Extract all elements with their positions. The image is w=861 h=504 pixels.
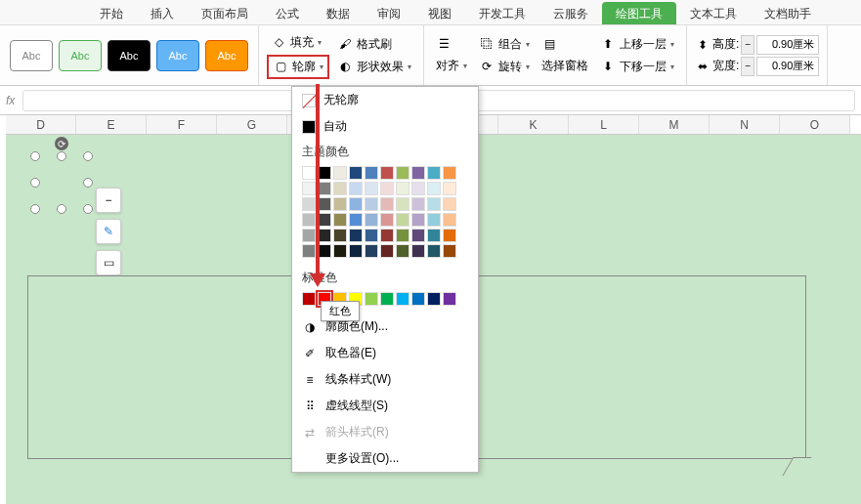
color-swatch[interactable] — [380, 182, 394, 195]
color-swatch[interactable] — [396, 197, 409, 211]
color-swatch[interactable] — [302, 213, 316, 227]
tab-doc-helper[interactable]: 文档助手 — [751, 2, 825, 24]
selection-pane-button[interactable]: ▤ — [538, 34, 592, 54]
color-swatch[interactable] — [411, 229, 425, 242]
resize-handle[interactable] — [30, 204, 40, 214]
shape-effects-button[interactable]: ◐形状效果▾ — [333, 57, 415, 77]
color-swatch[interactable] — [443, 229, 456, 242]
color-swatch[interactable] — [396, 244, 409, 258]
automatic-option[interactable]: 自动 — [292, 113, 478, 140]
mini-collapse-button[interactable]: − — [96, 188, 121, 213]
color-swatch[interactable] — [411, 166, 425, 180]
tab-dev[interactable]: 开发工具 — [465, 2, 539, 24]
line-style-option[interactable]: ≡ 线条样式(W) — [292, 366, 478, 393]
color-swatch[interactable] — [333, 244, 347, 258]
color-swatch[interactable] — [427, 229, 441, 242]
color-swatch[interactable] — [396, 292, 409, 306]
color-swatch[interactable] — [318, 182, 331, 195]
color-swatch[interactable] — [365, 292, 378, 306]
color-swatch[interactable] — [427, 197, 441, 211]
tab-home[interactable]: 开始 — [86, 2, 137, 24]
more-settings-option[interactable]: 更多设置(O)... — [292, 445, 478, 472]
tab-layout[interactable]: 页面布局 — [188, 2, 262, 24]
color-swatch[interactable] — [427, 166, 441, 180]
color-swatch[interactable] — [396, 213, 409, 227]
resize-handle[interactable] — [30, 178, 40, 188]
color-swatch[interactable] — [443, 166, 456, 180]
fill-button[interactable]: ◇填充▾ — [267, 32, 329, 53]
color-swatch[interactable] — [380, 213, 394, 227]
format-painter-button[interactable]: 🖌格式刷 — [333, 34, 415, 55]
color-swatch[interactable] — [380, 166, 394, 180]
color-swatch[interactable] — [443, 197, 456, 211]
col-header[interactable]: K — [498, 115, 569, 134]
color-swatch[interactable] — [302, 229, 316, 242]
color-swatch[interactable] — [349, 213, 363, 227]
col-header[interactable]: L — [569, 115, 639, 134]
width-decrement[interactable]: − — [741, 57, 754, 76]
color-swatch[interactable] — [302, 244, 316, 258]
color-swatch[interactable] — [302, 182, 316, 195]
col-header[interactable]: D — [6, 115, 76, 134]
color-swatch[interactable] — [380, 244, 394, 258]
color-swatch[interactable] — [349, 166, 363, 180]
color-swatch[interactable] — [396, 166, 409, 180]
color-swatch[interactable] — [427, 292, 441, 306]
color-swatch[interactable] — [365, 213, 378, 227]
tab-insert[interactable]: 插入 — [137, 2, 188, 24]
dash-type-option[interactable]: ⠿ 虚线线型(S) — [292, 393, 478, 419]
color-swatch[interactable] — [380, 197, 394, 211]
color-swatch[interactable] — [443, 182, 456, 195]
align-button[interactable]: ☰ — [432, 34, 471, 54]
color-swatch[interactable] — [302, 197, 316, 211]
color-swatch[interactable] — [411, 182, 425, 195]
tab-data[interactable]: 数据 — [313, 2, 364, 24]
group-button[interactable]: ⿻组合▾ — [475, 34, 534, 55]
tab-cloud[interactable]: 云服务 — [539, 2, 602, 24]
color-swatch[interactable] — [333, 182, 347, 195]
color-swatch[interactable] — [411, 244, 425, 258]
color-swatch[interactable] — [349, 182, 363, 195]
col-header[interactable]: F — [147, 115, 217, 134]
rotation-handle[interactable]: ⟳ — [55, 137, 68, 150]
resize-handle[interactable] — [83, 204, 93, 214]
color-swatch[interactable] — [333, 213, 347, 227]
rotate-button[interactable]: ⟳旋转▾ — [475, 57, 534, 77]
color-swatch[interactable] — [333, 197, 347, 211]
col-header[interactable]: N — [710, 115, 780, 134]
color-swatch[interactable] — [427, 182, 441, 195]
color-swatch[interactable] — [318, 229, 331, 242]
color-swatch[interactable] — [427, 213, 441, 227]
color-swatch[interactable] — [427, 244, 441, 258]
color-swatch[interactable] — [349, 244, 363, 258]
tab-review[interactable]: 审阅 — [364, 2, 414, 24]
color-swatch[interactable] — [365, 229, 378, 242]
bring-forward-button[interactable]: ⬆上移一层▾ — [596, 34, 678, 55]
color-swatch[interactable] — [365, 166, 378, 180]
tab-drawing-tools[interactable]: 绘图工具 — [602, 2, 676, 24]
width-input[interactable] — [756, 57, 819, 76]
color-swatch[interactable] — [443, 292, 456, 306]
no-outline-option[interactable]: 无轮廓 — [292, 87, 478, 113]
color-swatch[interactable] — [365, 244, 378, 258]
color-swatch[interactable] — [396, 229, 409, 242]
color-swatch[interactable] — [333, 229, 347, 242]
color-swatch[interactable] — [443, 213, 456, 227]
tab-formula[interactable]: 公式 — [262, 2, 313, 24]
color-swatch[interactable] — [396, 182, 409, 195]
color-swatch[interactable] — [443, 244, 456, 258]
shape-style-5[interactable]: Abc — [205, 40, 248, 71]
color-swatch[interactable] — [318, 197, 331, 211]
color-swatch[interactable] — [365, 197, 378, 211]
resize-handle[interactable] — [83, 178, 93, 188]
color-swatch[interactable] — [365, 182, 378, 195]
color-swatch[interactable] — [318, 166, 331, 180]
col-header[interactable]: M — [639, 115, 710, 134]
resize-handle[interactable] — [83, 151, 93, 161]
color-swatch[interactable] — [380, 229, 394, 242]
color-swatch[interactable] — [318, 213, 331, 227]
send-backward-button[interactable]: ⬇下移一层▾ — [596, 57, 678, 77]
shape-style-3[interactable]: Abc — [108, 40, 151, 71]
resize-handle[interactable] — [57, 151, 66, 161]
height-decrement[interactable]: − — [741, 35, 754, 55]
